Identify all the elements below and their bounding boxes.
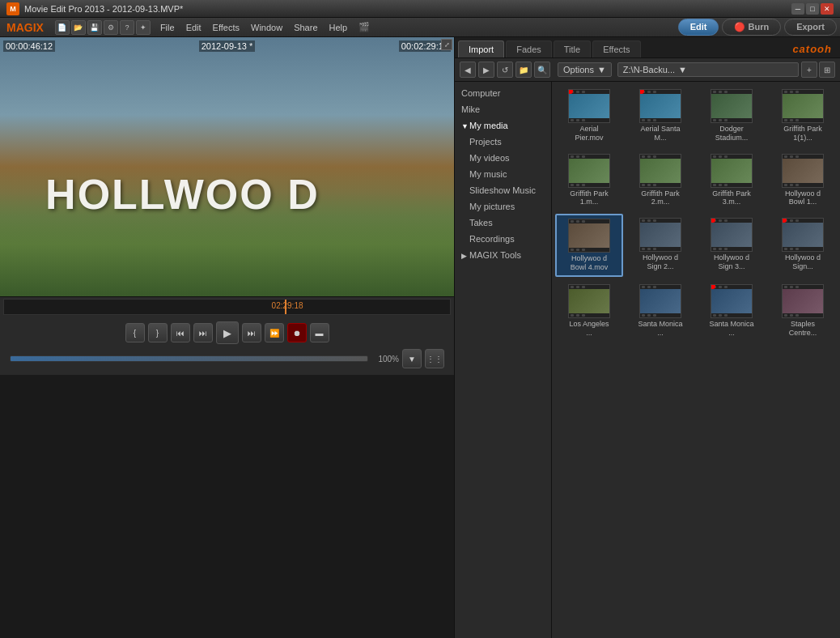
menu-extra[interactable]: 🎬 — [354, 20, 375, 34]
menu-share[interactable]: Share — [289, 21, 322, 34]
menu-edit[interactable]: Edit — [181, 21, 206, 34]
zoom-label: 100% — [378, 355, 399, 364]
file-dodger[interactable]: Dodger Stadium... — [698, 85, 766, 147]
file-hollywood-sign-2[interactable]: Hollywoo d Sign 2... — [626, 214, 694, 277]
thumb-dodger — [711, 89, 753, 123]
tab-effects[interactable]: Effects — [592, 40, 640, 57]
file-staples[interactable]: Staples Centre... — [769, 280, 837, 342]
file-aerial-pier[interactable]: Aerial Pier.mov — [555, 85, 623, 147]
tree-item-mike[interactable]: Mike — [455, 101, 551, 117]
play-button[interactable]: ▶ — [216, 321, 239, 344]
main-area: 00:00:46:12 2012-09-13 * 00:02:29:18 HOL… — [0, 37, 840, 638]
tree-item-takes[interactable]: Takes — [455, 215, 551, 231]
catooh-logo: catooh — [792, 43, 837, 55]
fast-forward-button[interactable]: ⏩ — [265, 323, 284, 342]
file-name-santa-monica-2: Santa Monica ... — [708, 320, 755, 338]
file-hollywood-bowl-1[interactable]: Hollywoo d Bowl 1... — [769, 150, 837, 211]
scrub-bar[interactable] — [10, 355, 368, 362]
tree-item-mymedia[interactable]: ▼My media — [455, 117, 551, 134]
tree-item-projects[interactable]: Projects — [455, 134, 551, 150]
zoom-dropdown[interactable]: ▼ — [402, 349, 422, 368]
file-name-hollywood-sign-3: Hollywoo d Sign 3... — [708, 253, 755, 271]
new-button[interactable]: 📄 — [55, 20, 70, 35]
help-button[interactable]: ? — [120, 20, 134, 35]
back-button[interactable]: ◀ — [460, 62, 476, 78]
path-dropdown[interactable]: Z:\N-Backu... ▼ — [617, 62, 799, 77]
save-button[interactable]: 💾 — [87, 20, 102, 35]
file-name-dodger: Dodger Stadium... — [708, 125, 755, 142]
folder-up-button[interactable]: 📁 — [515, 62, 532, 78]
menu-file[interactable]: File — [155, 21, 180, 34]
grid-view-button[interactable]: ⊞ — [819, 62, 835, 78]
view-controls: + ⊞ — [801, 62, 835, 78]
options-dropdown[interactable]: Options ▼ — [558, 62, 612, 77]
file-hollywood-sign[interactable]: Hollywoo d Sign... — [769, 214, 837, 277]
title-bar: M Movie Edit Pro 2013 - 2012-09-13.MVP* … — [0, 0, 840, 18]
file-griffith-park-2m[interactable]: Griffith Park 2.m... — [626, 150, 694, 211]
thumb-griffith-1 — [782, 89, 824, 123]
toolbar-icons: 📄 📂 💾 ⚙ ? ✦ — [55, 20, 151, 35]
preview-timecodes: 00:00:46:12 2012-09-13 * 00:02:29:18 — [3, 40, 451, 52]
zoom-controls: 100% ▼ ⋮⋮ — [375, 347, 448, 370]
mode-buttons: Edit 🔴 Burn Export — [678, 19, 837, 36]
maximize-button[interactable]: □ — [806, 3, 819, 15]
effects-button[interactable]: ✦ — [136, 20, 151, 35]
zoom-extra[interactable]: ⋮⋮ — [425, 349, 444, 368]
tab-fades[interactable]: Fades — [506, 40, 552, 57]
export-mode-button[interactable]: Export — [784, 19, 837, 36]
search-button[interactable]: 🔍 — [534, 62, 550, 78]
expand-preview-button[interactable]: ⤢ — [441, 39, 452, 50]
next-frame-button[interactable]: ⏭ — [242, 323, 261, 342]
prev-frame-button[interactable]: ⏮ — [171, 323, 190, 342]
file-aerial-santa[interactable]: Aerial Santa M... — [626, 85, 694, 147]
preview-timeline-bar[interactable]: 02:29:18 — [3, 299, 451, 315]
tree-item-recordings[interactable]: Recordings — [455, 231, 551, 247]
refresh-button[interactable]: ↺ — [497, 62, 513, 78]
edit-mode-button[interactable]: Edit — [678, 19, 719, 36]
file-name-aerial-pier: Aerial Pier.mov — [566, 125, 613, 142]
file-hollywood-sign-3[interactable]: Hollywoo d Sign 3... — [698, 214, 766, 277]
close-button[interactable]: ✕ — [821, 3, 834, 15]
mark-out-button[interactable]: } — [148, 323, 168, 342]
thumb-hollywood-sign-2 — [639, 218, 681, 252]
file-name-santa-monica-1: Santa Monica ... — [637, 320, 684, 338]
settings-button[interactable]: ⚙ — [104, 20, 118, 35]
tree-item-computer[interactable]: Computer — [455, 85, 551, 101]
browser-content: Computer Mike ▼My media Projects My vide… — [455, 82, 840, 638]
app-icon: M — [6, 2, 19, 15]
file-name-hollywood-bowl-4: Hollywoo d Bowl 4.mov — [566, 254, 613, 272]
file-hollywood-bowl-4[interactable]: Hollywoo d Bowl 4.mov — [555, 214, 623, 277]
open-button[interactable]: 📂 — [71, 20, 86, 35]
file-santa-monica-1[interactable]: Santa Monica ... — [626, 280, 694, 342]
menu-effects[interactable]: Effects — [208, 21, 244, 34]
file-griffith-park-3m[interactable]: Griffith Park 3.m... — [698, 150, 766, 211]
file-name-staples: Staples Centre... — [779, 320, 826, 338]
add-button[interactable]: + — [801, 62, 817, 78]
step-back-button[interactable]: ⏭ — [193, 323, 213, 342]
menu-items: File Edit Effects Window Share Help 🎬 — [155, 20, 375, 34]
thumb-griffith-park-2m — [639, 154, 681, 188]
minimize-button[interactable]: ─ — [791, 3, 804, 15]
tab-import[interactable]: Import — [458, 40, 504, 57]
file-los-angeles[interactable]: Los Angeles ... — [555, 280, 623, 342]
menu-button[interactable]: ▬ — [310, 323, 329, 342]
tab-title[interactable]: Title — [554, 40, 591, 57]
burn-mode-button[interactable]: 🔴 Burn — [722, 19, 781, 36]
tree-item-mypictures[interactable]: My pictures — [455, 198, 551, 215]
file-name-los-angeles: Los Angeles ... — [566, 320, 613, 338]
file-griffith-park-1m[interactable]: Griffith Park 1.m... — [555, 150, 623, 211]
menu-window[interactable]: Window — [246, 21, 287, 34]
thumb-santa-monica-1 — [639, 284, 681, 318]
forward-button[interactable]: ▶ — [478, 62, 494, 78]
file-santa-monica-2[interactable]: Santa Monica ... — [698, 280, 766, 342]
mark-in-button[interactable]: { — [125, 323, 145, 342]
file-name-aerial-santa: Aerial Santa M... — [637, 125, 684, 142]
preview-video[interactable]: HOLLWOO D — [0, 37, 454, 296]
tree-item-magixtools[interactable]: ▶MAGIX Tools — [455, 247, 551, 263]
record-button[interactable]: ⏺ — [287, 323, 307, 342]
menu-help[interactable]: Help — [325, 21, 353, 34]
tree-item-myvideos[interactable]: My videos — [455, 150, 551, 166]
tree-item-slideshowmusic[interactable]: Slideshow Music — [455, 182, 551, 198]
file-griffith-1[interactable]: Griffith Park 1(1)... — [769, 85, 837, 147]
tree-item-mymusic[interactable]: My music — [455, 166, 551, 182]
